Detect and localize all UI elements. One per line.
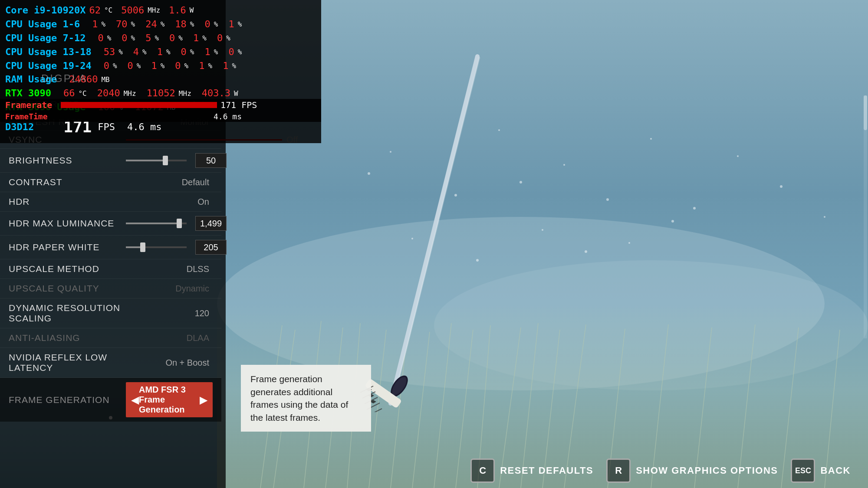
upscale-method-value: DLSS (187, 264, 209, 274)
brightness-value-area: 50 (126, 153, 227, 168)
cpu-usage-19-24-label: CPU Usage 19-24 (5, 59, 92, 73)
reset-defaults-label: RESET DEFAULTS (500, 465, 593, 476)
anti-aliasing-value-area: DLAA (126, 333, 213, 343)
upscale-quality-value-area: Dynamic (126, 284, 213, 294)
gpu-power: 403.3 (202, 86, 230, 100)
cpu-power-unit: W (190, 5, 194, 15)
cpu-label: Core i9-10920X (5, 3, 85, 17)
framerate-bar (61, 102, 217, 108)
upscale-method-row: UPSCALE METHOD DLSS (0, 259, 221, 279)
cpu-usage-19-24-line: CPU Usage 19-24 0% 0% 1% 0% 1% 1% (5, 59, 316, 73)
hdr-paper-white-row: HDR PAPER WHITE 205 (0, 236, 221, 259)
dynamic-resolution-value-area: 120 (126, 308, 213, 318)
cpu-u1: 1 (92, 17, 98, 31)
bottom-bar: C RESET DEFAULTS R SHOW GRAPHICS OPTIONS… (0, 453, 868, 488)
show-graphics-key: R (606, 459, 631, 483)
cpu-u7: 0 (98, 31, 103, 45)
hdr-paper-white-slider-track[interactable] (126, 246, 187, 248)
frame-generation-arrow-left[interactable]: ◀ (131, 394, 139, 406)
hdr-max-luminance-label: HDR MAX LUMINANCE (9, 218, 126, 229)
hdr-max-luminance-slider-thumb[interactable] (177, 219, 182, 228)
cpu-u10: 0 (169, 31, 175, 45)
fps-unit: FPS (98, 120, 115, 134)
hdr-paper-white-slider-thumb[interactable] (140, 242, 145, 252)
svg-point-39 (542, 229, 543, 231)
settings-scrollbar-thumb[interactable] (864, 95, 867, 130)
brightness-label: BRIGHTNESS (9, 155, 126, 166)
nvidia-reflex-value: On + Boost (165, 358, 209, 368)
hdr-max-luminance-value: 1,499 (200, 219, 222, 229)
svg-point-40 (585, 250, 587, 253)
reset-defaults-button[interactable]: C RESET DEFAULTS (470, 459, 593, 483)
cpu-clock-unit: MHz (148, 5, 160, 15)
hdr-label: HDR (9, 197, 126, 207)
settings-panel: ASPECT RATIO Auto REFRESH RATE Monitor V… (0, 95, 221, 422)
svg-point-29 (519, 181, 522, 183)
cpu-usage-7-12-line: CPU Usage 7-12 0% 0% 5% 0% 1% 0% (5, 31, 316, 45)
frame-generation-arrow-right[interactable]: ▶ (200, 394, 207, 406)
contrast-value-area: Default (126, 177, 213, 187)
frametime-label: FrameTime (5, 112, 57, 121)
svg-point-33 (693, 207, 696, 210)
cpu-u12: 0 (217, 31, 223, 45)
show-graphics-options-button[interactable]: R SHOW GRAPHICS OPTIONS (606, 459, 778, 483)
brightness-value: 50 (206, 156, 216, 166)
upscale-method-label: UPSCALE METHOD (9, 264, 126, 274)
settings-scrollbar[interactable] (864, 95, 867, 338)
cpu-usage-13-18-label: CPU Usage 13-18 (5, 45, 92, 59)
cpu-u2: 70 (116, 17, 128, 31)
gpu-label: RTX 3090 (5, 86, 51, 100)
tooltip-text: Frame generation generates additional fr… (250, 374, 348, 422)
brightness-slider-thumb[interactable] (163, 156, 168, 165)
cpu-u5: 0 (205, 17, 210, 31)
d3d12-label: D3D12 (5, 120, 34, 134)
frametime-row: FrameTime 4.6 ms (0, 111, 321, 122)
cpu-u3: 24 (145, 17, 157, 31)
reset-defaults-key-label: C (479, 465, 486, 476)
svg-point-32 (650, 138, 652, 140)
cpu-u9: 5 (145, 31, 151, 45)
show-graphics-label: SHOW GRAPHICS OPTIONS (636, 465, 778, 476)
cpu-stats-line: Core i9-10920X 62 °C 5006 MHz 1.6 W (5, 3, 316, 17)
hdr-max-luminance-row: HDR MAX LUMINANCE 1,499 (0, 212, 221, 236)
cpu-power: 1.6 (169, 3, 186, 17)
brightness-value-box: 50 (195, 153, 227, 168)
svg-point-34 (737, 155, 739, 157)
contrast-value: Default (182, 177, 209, 187)
cpu-temp-unit: °C (104, 5, 112, 15)
hdr-max-luminance-slider-track[interactable] (126, 223, 187, 224)
upscale-quality-row: UPSCALE QUALITY Dynamic (0, 279, 221, 298)
upscale-quality-value: Dynamic (175, 284, 209, 294)
back-key-label: ESC (795, 466, 811, 475)
frame-generation-selector[interactable]: ◀ AMD FSR 3 Frame Generation ▶ (126, 382, 213, 417)
cpu-clock: 5006 (121, 3, 144, 17)
svg-line-44 (393, 57, 480, 403)
brightness-slider-fill (126, 160, 165, 161)
upscale-method-value-area: DLSS (126, 264, 213, 274)
cpu-usage-13-18-line: CPU Usage 13-18 53% 4% 1% 0% 1% 0% (5, 45, 316, 59)
framerate-section: Framerate 171 FPS FrameTime 4.6 ms (0, 99, 321, 122)
hdr-paper-white-value-area: 205 (126, 240, 227, 255)
cpu-u8: 0 (122, 31, 127, 45)
brightness-row: BRIGHTNESS 50 (0, 149, 221, 173)
hdr-row: HDR On (0, 192, 221, 212)
svg-point-35 (780, 185, 783, 188)
gpu-vram-clock: 11052 (147, 86, 175, 100)
frametime-val: 4.6 ms (214, 112, 242, 121)
back-button[interactable]: ESC BACK (791, 459, 851, 483)
back-label: BACK (820, 465, 851, 476)
cpu-temp: 62 (89, 3, 101, 17)
dynamic-resolution-row: DYNAMIC RESOLUTION SCALING 120 (0, 298, 221, 328)
brightness-slider-track[interactable] (126, 160, 187, 161)
hdr-max-luminance-value-area: 1,499 (126, 216, 227, 231)
hdr-value-area: On (126, 197, 213, 207)
nvidia-reflex-label: NVIDIA REFLEX LOW LATENCY (9, 352, 126, 373)
svg-point-42 (671, 220, 674, 223)
back-key: ESC (791, 459, 815, 483)
frame-generation-label: FRAME GENERATION (9, 395, 126, 405)
sword-katana (339, 22, 512, 412)
frame-generation-row: FRAME GENERATION ◀ AMD FSR 3 Frame Gener… (0, 378, 221, 422)
framerate-label: Framerate (5, 100, 57, 110)
framerate-row: Framerate 171 FPS (0, 99, 321, 111)
cpu-usage-1-6-line: CPU Usage 1-6 1% 70% 24% 18% 0% 1% (5, 17, 316, 31)
